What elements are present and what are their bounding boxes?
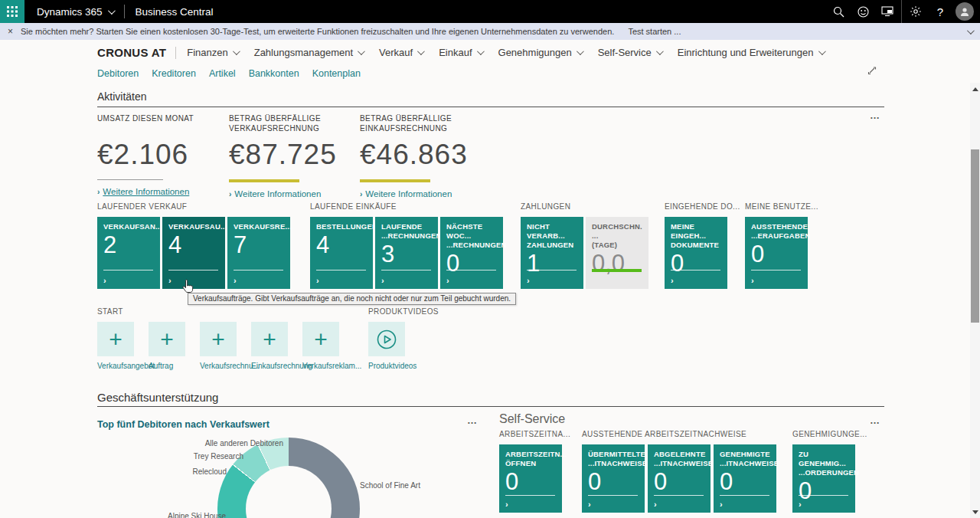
cue-group-laufende-einkaeufe: LAUFENDE EINKÄUFE BESTELLUNGEN 4 › LAUFE… bbox=[310, 202, 503, 289]
action-verkaufsangebot[interactable]: + Verkaufsangebot bbox=[97, 322, 149, 370]
company-name[interactable]: CRONUS AT bbox=[97, 46, 166, 59]
link-kontenplan[interactable]: Kontenplan bbox=[312, 68, 361, 79]
action-produktvideos[interactable]: Produktvideos bbox=[368, 322, 420, 370]
chart-menu-button[interactable]: … bbox=[467, 417, 478, 425]
chevron-right-icon: › bbox=[527, 276, 530, 285]
menu-self-service[interactable]: Self-Service bbox=[598, 47, 662, 58]
chevron-right-icon: › bbox=[751, 276, 754, 285]
scrollbar-thumb[interactable] bbox=[971, 149, 979, 323]
link-kreditoren[interactable]: Kreditoren bbox=[152, 68, 196, 79]
cue-tile-bestellungen[interactable]: BESTELLUNGEN 4 › bbox=[310, 217, 373, 289]
ss-group-ausstehende-nachweise: AUSSTEHENDE ARBEITSZEITNACHWEISE ÜBERMIT… bbox=[582, 430, 776, 513]
more-info-link[interactable]: ›Weitere Informationen bbox=[97, 187, 227, 196]
link-artikel[interactable]: Artikel bbox=[209, 68, 236, 79]
activities-menu-button[interactable]: … bbox=[870, 112, 880, 120]
scroll-down-arrow-icon[interactable] bbox=[972, 510, 978, 514]
cue-group-laufender-verkauf: LAUFENDER VERKAUF VERKAUFSAN... 2 › VERK… bbox=[97, 202, 290, 289]
kpi-underline bbox=[97, 179, 163, 180]
close-icon[interactable]: × bbox=[8, 26, 13, 37]
ss-group-arbeitszeitnachweis: ARBEITSZEITNA... ARBEITSZEITN... ÖFFNEN … bbox=[499, 430, 570, 513]
app-name: Dynamics 365 bbox=[37, 6, 103, 18]
notifications-button[interactable] bbox=[875, 0, 900, 23]
chevron-down-icon[interactable] bbox=[967, 27, 972, 36]
ss-group-genehmigungen: GENEHMIGUNGE... ZU GENEHMIG... ...ORDERU… bbox=[792, 430, 867, 513]
cue-tile-genehmigte-nachweise[interactable]: GENEHMIGTE ...ITNACHWEISE 0 › bbox=[714, 444, 776, 513]
cue-tile-ausstehende-benutzeraufgaben[interactable]: AUSSTEHENDE ...ERAUFGABEN 0 › bbox=[745, 217, 808, 289]
app-window: Dynamics 365 Business Central ? bbox=[0, 0, 980, 518]
cue-tile-naechste-woche-rechnungen[interactable]: NÄCHSTE WOC... ...RECHNUNGEN 0 › bbox=[440, 217, 503, 289]
kpi-ueberfaellige-verkauf: BETRAG ÜBERFÄLLIGE VERKAUFSRECHNUNG €87.… bbox=[229, 113, 359, 198]
cue-tile-verkaufsangebote[interactable]: VERKAUFSAN... 2 › bbox=[97, 217, 160, 289]
kpi-value[interactable]: €2.106 bbox=[97, 139, 227, 171]
cue-tile-uebermittelte-nachweise[interactable]: ÜBERMITTELTE ...ITNACHWEISE 0 › bbox=[582, 444, 645, 513]
start-trial-link[interactable]: Test starten ... bbox=[628, 27, 681, 36]
quick-links: Debitoren Kreditoren Artikel Bankkonten … bbox=[97, 68, 361, 79]
chart-label-alle-anderen: Alle anderen Debitoren bbox=[176, 439, 283, 448]
menu-einrichtung[interactable]: Einrichtung und Erweiterungen bbox=[678, 47, 824, 58]
action-verkaufsreklamation[interactable]: + Verkaufsreklam... bbox=[302, 322, 354, 370]
section-divider bbox=[97, 406, 884, 407]
link-bankkonten[interactable]: Bankkonten bbox=[249, 68, 299, 79]
menu-verkauf[interactable]: Verkauf bbox=[379, 47, 423, 58]
kpi-label: BETRAG ÜBERFÄLLIGE VERKAUFSRECHNUNG bbox=[229, 113, 359, 134]
chevron-right-icon: › bbox=[654, 500, 657, 509]
kpi-value[interactable]: €46.863 bbox=[360, 139, 490, 171]
kpi-label: UMSATZ DIESEN MONAT bbox=[97, 113, 227, 134]
chevron-down-icon bbox=[417, 48, 425, 55]
expand-button[interactable] bbox=[867, 65, 879, 77]
start-heading: START bbox=[97, 307, 354, 316]
start-actions: START + Verkaufsangebot + Auftrag + Verk… bbox=[97, 307, 354, 370]
menu-zahlungsmanagement[interactable]: Zahlungsmanagement bbox=[254, 47, 363, 58]
help-button[interactable]: ? bbox=[928, 0, 952, 23]
cue-tile-verkaufsauftraege[interactable]: VERKAUFSAU... 4 › bbox=[162, 217, 225, 289]
search-button[interactable] bbox=[826, 0, 851, 23]
more-info-link[interactable]: ›Weitere Informationen bbox=[229, 189, 359, 198]
cue-tile-laufende-rechnungen[interactable]: LAUFENDE ...RECHNUNGEN 3 › bbox=[375, 217, 438, 289]
section-divider bbox=[97, 107, 884, 107]
cue-group-meine-benutzeraufgaben: MEINE BENUTZE... AUSSTEHENDE ...ERAUFGAB… bbox=[745, 202, 818, 289]
scroll-up-arrow-icon[interactable] bbox=[972, 87, 978, 91]
more-info-link[interactable]: ›Weitere Informationen bbox=[360, 189, 490, 198]
chevron-right-icon: › bbox=[360, 190, 362, 198]
cue-tile-arbeitszeitnachweis-oeffnen[interactable]: ARBEITSZEITN... ÖFFNEN 0 › bbox=[499, 444, 562, 513]
cue-tile-meine-eingehenden-dokumente[interactable]: MEINE EINGEH... DOKUMENTE 0 › bbox=[665, 217, 727, 289]
cue-tile-nicht-verarbeitete-zahlungen[interactable]: NICHT VERARB... ZAHLUNGEN 1 › bbox=[521, 217, 583, 289]
product-title: Business Central bbox=[136, 6, 214, 18]
kpi-value[interactable]: €87.725 bbox=[229, 139, 359, 171]
tile-separator bbox=[799, 495, 848, 496]
cue-tile-abgelehnte-nachweise[interactable]: ABGELEHNTE ...ITNACHWEISE 0 › bbox=[648, 444, 710, 513]
plus-icon: + bbox=[109, 328, 122, 351]
tile-separator bbox=[505, 495, 555, 496]
plus-icon: + bbox=[211, 328, 225, 351]
chart-title[interactable]: Top fünf Debitoren nach Verkaufswert bbox=[97, 419, 270, 430]
vertical-scrollbar[interactable] bbox=[970, 83, 980, 518]
action-auftrag[interactable]: + Auftrag bbox=[149, 322, 200, 370]
tile-separator bbox=[527, 270, 577, 270]
menu-finanzen[interactable]: Finanzen bbox=[187, 47, 237, 58]
cue-tile-zu-genehmigende-anforderungen[interactable]: ZU GENEHMIG... ...ORDERUNGEN 0 › bbox=[792, 444, 855, 513]
activities-heading: Aktivitäten bbox=[97, 90, 147, 103]
cue-tile-verkaufsrechnungen[interactable]: VERKAUFSRE... 7 › bbox=[227, 217, 290, 289]
chevron-right-icon: › bbox=[229, 190, 231, 198]
menu-genehmigungen[interactable]: Genehmigungen bbox=[498, 47, 582, 58]
action-verkaufsrechnung[interactable]: + Verkaufsrechnu... bbox=[200, 322, 251, 370]
topbar-actions: ? bbox=[826, 0, 980, 23]
kpi-label: BETRAG ÜBERFÄLLIGE EINKAUFSRECHNUNG bbox=[360, 113, 490, 134]
feedback-button[interactable] bbox=[851, 0, 875, 23]
selfservice-menu-button[interactable]: … bbox=[870, 417, 880, 425]
person-icon bbox=[959, 6, 970, 17]
app-launcher-button[interactable] bbox=[0, 0, 24, 23]
trial-message: Sie möchten mehr? Starten Sie einen kost… bbox=[21, 27, 614, 36]
action-einkaufsrechnung[interactable]: + Einkaufsrechnung bbox=[251, 322, 302, 370]
account-avatar[interactable] bbox=[956, 2, 974, 21]
chevron-right-icon: › bbox=[381, 276, 384, 285]
chevron-right-icon: › bbox=[316, 276, 319, 285]
menu-einkauf[interactable]: Einkauf bbox=[439, 47, 482, 58]
cue-group-eingehende-dokumente: EINGEHENDE DO... MEINE EINGEH... DOKUMEN… bbox=[665, 202, 740, 289]
donut-chart[interactable] bbox=[217, 438, 360, 518]
app-switcher[interactable]: Dynamics 365 bbox=[37, 6, 113, 18]
settings-button[interactable] bbox=[903, 0, 928, 23]
tile-separator bbox=[671, 270, 720, 270]
link-debitoren[interactable]: Debitoren bbox=[97, 68, 139, 79]
chart-label-trey-research: Trey Research bbox=[161, 452, 243, 461]
